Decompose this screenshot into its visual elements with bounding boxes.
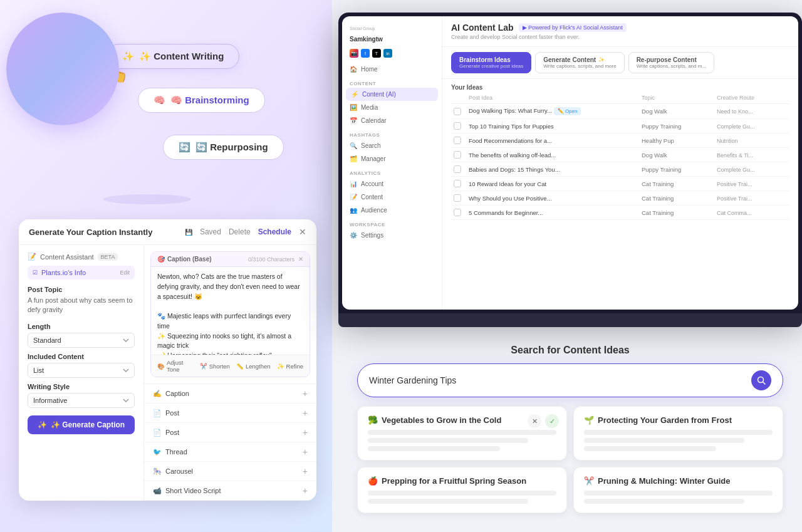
content-table: Your Ideas Post Idea Topic Creative Rout… — [442, 79, 798, 220]
audience-icon: 👥 — [350, 207, 357, 214]
search-result-card-4[interactable]: ✂️ Pruning & Mulching: Winter Guide — [573, 467, 783, 513]
repurposing-pill[interactable]: 🔄 🔄 Repurposing — [163, 135, 284, 160]
row-check-6[interactable] — [451, 180, 466, 187]
sidebar-nav-manager[interactable]: 🗂️ Manager — [342, 152, 442, 165]
tiktok-icon[interactable]: T — [372, 49, 381, 58]
schedule-button[interactable]: Schedule — [258, 227, 291, 236]
pill-icon: 🔄 — [179, 142, 190, 153]
caption-close-icon[interactable]: ✕ — [298, 256, 303, 263]
row-check-3[interactable] — [451, 137, 466, 144]
table-row[interactable]: Top 10 Training Tips for Puppies Puppy T… — [451, 119, 789, 133]
refine-btn[interactable]: ✨Refine — [277, 359, 303, 373]
row-route-6: Positive Trai... — [714, 180, 789, 187]
row-check-1[interactable] — [451, 108, 466, 115]
social-icons: 📷 f T in — [342, 49, 442, 63]
search-result-card-2[interactable]: 🌱 Protecting Your Garden from Frost — [573, 406, 783, 461]
card-actions-1: ✕ ✓ — [528, 414, 559, 428]
card-title-text-1: Vegetables to Grow in the Cold — [382, 415, 501, 425]
writing-style-dropdown[interactable]: Informative — [28, 393, 135, 408]
content-type-post-1[interactable]: 📄Post + — [144, 404, 316, 423]
sidebar-nav-content-ai[interactable]: ⚡ Content (AI) — [346, 88, 438, 101]
sidebar-nav-media[interactable]: 🖼️ Media — [342, 101, 442, 114]
sidebar-nav-calendar[interactable]: 📅 Calendar — [342, 114, 442, 127]
table-row[interactable]: Food Recommendations for a... Healthy Pu… — [451, 133, 789, 148]
row-check-7[interactable] — [451, 194, 466, 202]
saved-icon: 💾 — [185, 229, 192, 236]
add-carousel-icon[interactable]: + — [303, 466, 308, 476]
tab-brainstorm[interactable]: Brainstorm Ideas Generate creative post … — [451, 52, 531, 73]
sidebar-nav-account[interactable]: 📊 Account — [342, 177, 442, 190]
search-result-card-1[interactable]: 🥦 Vegetables to Grow in the Cold ✕ ✓ — [357, 406, 567, 461]
tab-generate[interactable]: Generate Content ✨ Write captions, scrip… — [535, 52, 624, 73]
card-check-button-1[interactable]: ✓ — [545, 414, 559, 428]
adjust-tone-btn[interactable]: 🎨Adjust Tone — [157, 359, 194, 373]
add-thread-icon[interactable]: + — [303, 447, 308, 457]
table-row[interactable]: The benefits of walking off-lead... Dog … — [451, 148, 789, 162]
facebook-icon[interactable]: f — [361, 49, 370, 58]
caption-box: 🎯 Caption (Base) 0/3100 Characters ✕ New… — [150, 251, 310, 377]
app-subtitle: Create and develop Social content faster… — [451, 34, 789, 40]
content-type-short-video[interactable]: 📹Short Video Script + — [144, 481, 316, 501]
caption-type-icon: ✍️ — [153, 390, 162, 398]
add-caption-icon[interactable]: + — [303, 389, 308, 399]
row-check-8[interactable] — [451, 209, 466, 216]
plants-source[interactable]: ☑ Plants.io's Info Edit — [28, 266, 135, 279]
sidebar-brand: Samkingtw — [342, 33, 442, 49]
add-short-video-icon[interactable]: + — [303, 486, 308, 496]
row-route-1: Need to Kno... — [714, 108, 789, 115]
manager-label: Manager — [361, 155, 385, 162]
content-writing-pill[interactable]: ✨ ✨ Content Writing — [107, 44, 239, 69]
edit-icon[interactable]: Edit — [120, 269, 130, 276]
caption-adjust-bar: 🎨Adjust Tone ✂️Shorten 📏Lengthen ✨Refine — [151, 355, 310, 377]
content-type-carousel[interactable]: 🎠Carousel + — [144, 462, 316, 481]
generate-caption-button[interactable]: ✨ ✨ Generate Caption — [28, 415, 135, 434]
row-check-4[interactable] — [451, 151, 466, 159]
card-close-button-1[interactable]: ✕ — [528, 414, 541, 428]
length-dropdown[interactable]: Standard — [28, 333, 135, 348]
card-line — [368, 430, 556, 435]
shorten-btn[interactable]: ✂️Shorten — [200, 359, 230, 373]
sidebar-nav-audience[interactable]: 👥 Audience — [342, 204, 442, 217]
add-post-icon-2[interactable]: + — [303, 427, 308, 437]
search-input[interactable] — [369, 375, 751, 385]
row-check-2[interactable] — [451, 122, 466, 130]
row-idea-2: Top 10 Training Tips for Puppies — [466, 123, 639, 130]
sidebar-nav-settings[interactable]: ⚙️ Settings — [342, 229, 442, 242]
brainstorming-pill[interactable]: 🧠 🧠 Brainstorming — [138, 88, 265, 113]
search-result-card-3[interactable]: 🍎 Prepping for a Fruitful Spring Season — [357, 467, 567, 513]
tab-generate-sub: Write captions, scripts, and more — [543, 63, 616, 69]
table-row[interactable]: 10 Reward Ideas for your Cat Cat Trainin… — [451, 177, 789, 191]
close-button[interactable]: ✕ — [299, 227, 306, 237]
home-label: Home — [361, 66, 378, 73]
card-line — [584, 491, 773, 496]
caption-text[interactable]: Newton, who? Cats are the true masters o… — [151, 267, 310, 355]
table-row[interactable]: Babies and Dogs: 15 Things You... Puppy … — [451, 162, 789, 177]
content-type-caption[interactable]: ✍️Caption + — [144, 384, 316, 404]
table-row[interactable]: Why Should you Use Positive... Cat Train… — [451, 191, 789, 206]
post-label-2: Post — [165, 429, 179, 436]
caption-icon: 🎯 — [157, 256, 165, 263]
search-button[interactable] — [751, 370, 771, 390]
included-content-dropdown[interactable]: List — [28, 363, 135, 378]
linkedin-icon[interactable]: in — [383, 49, 392, 58]
col-idea: Post Idea — [466, 95, 639, 101]
instagram-icon[interactable]: 📷 — [350, 49, 358, 58]
table-row[interactable]: 5 Commands for Beginner... Cat Training … — [451, 206, 789, 220]
row-check-5[interactable] — [451, 165, 466, 173]
account-label: Account — [361, 180, 383, 187]
left-panel: ↗ ↗ 👆 ✨ ✨ Content Writing 🧠 🧠 Brainstorm… — [0, 0, 332, 532]
caption-line-3: ✨ Squeezing into nooks so tight, it's al… — [157, 332, 291, 350]
card-lines-4 — [584, 491, 773, 504]
sidebar-nav-content[interactable]: 📝 Content — [342, 190, 442, 204]
assistant-text: Content Assistant — [40, 253, 94, 261]
tab-repurpose[interactable]: Re-purpose Content Write captions, scrip… — [628, 52, 714, 73]
add-post-icon-1[interactable]: + — [303, 408, 308, 418]
sidebar-nav-home[interactable]: 🏠 Home — [342, 63, 442, 76]
sidebar-nav-search[interactable]: 🔍 Search — [342, 139, 442, 152]
delete-button[interactable]: Delete — [229, 227, 251, 236]
content-type-post-2[interactable]: 📄Post + — [144, 423, 316, 442]
calendar-icon: 📅 — [350, 117, 357, 124]
lengthen-btn[interactable]: 📏Lengthen — [236, 359, 271, 373]
table-row[interactable]: Dog Walking Tips: What Furry... ✏️ Open … — [451, 104, 789, 119]
content-type-thread[interactable]: 🐦Thread + — [144, 442, 316, 462]
